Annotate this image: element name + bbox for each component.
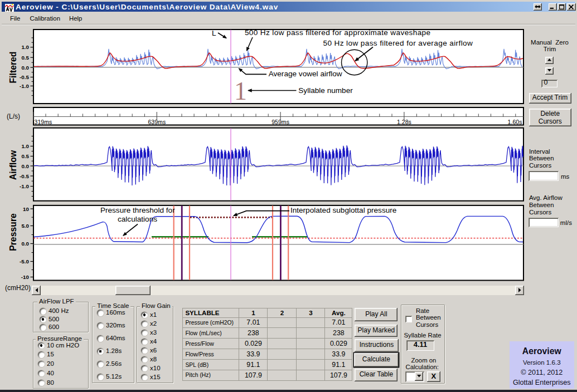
svg-text:10: 10 xyxy=(23,206,29,212)
svg-text:0.0: 0.0 xyxy=(21,241,29,247)
svg-text:639ms: 639ms xyxy=(148,119,166,125)
svg-text:0.0: 0.0 xyxy=(21,163,29,169)
svg-text:-5.0: -5.0 xyxy=(20,258,29,264)
svg-text:319ms: 319ms xyxy=(35,119,52,125)
svg-text:1.0: 1.0 xyxy=(21,44,29,50)
svg-text:Filtered: Filtered xyxy=(8,51,18,83)
svg-text:1.0: 1.0 xyxy=(21,143,29,149)
svg-text:(L/s): (L/s) xyxy=(7,112,20,120)
svg-text:0.5: 0.5 xyxy=(21,153,29,159)
svg-text:-1.0: -1.0 xyxy=(20,183,29,189)
svg-text:-1.0: -1.0 xyxy=(20,83,29,89)
svg-text:(cmH20): (cmH20) xyxy=(5,284,31,292)
svg-text:500 Hz low pass filtered for a: 500 Hz low pass filtered for approximate… xyxy=(245,28,431,37)
svg-text:Pressure threshold for: Pressure threshold for xyxy=(100,206,175,214)
svg-text:Interpolated subglottal pressu: Interpolated subglottal pressure xyxy=(290,206,396,214)
svg-text:Syllable number: Syllable number xyxy=(298,86,353,95)
svg-text:-0.5: -0.5 xyxy=(20,173,29,179)
svg-text:1.28s: 1.28s xyxy=(397,119,411,125)
svg-text:-0.5: -0.5 xyxy=(20,74,29,80)
svg-text:959ms: 959ms xyxy=(271,119,289,125)
svg-text:5.0: 5.0 xyxy=(21,223,29,229)
svg-text:Pressure: Pressure xyxy=(8,213,18,251)
svg-text:Airflow: Airflow xyxy=(8,150,18,180)
svg-text:1: 1 xyxy=(234,77,247,105)
svg-text:Average vowel airflow: Average vowel airflow xyxy=(269,70,342,78)
svg-text:50 Hz low pass filtered for av: 50 Hz low pass filtered for average airf… xyxy=(323,39,473,47)
svg-text:-10: -10 xyxy=(21,274,30,280)
svg-text:1.60s: 1.60s xyxy=(508,119,522,125)
svg-text:calculations: calculations xyxy=(118,215,157,223)
svg-text:0.5: 0.5 xyxy=(21,55,29,61)
svg-text:L: L xyxy=(212,29,216,37)
svg-text:0.0: 0.0 xyxy=(21,65,29,71)
